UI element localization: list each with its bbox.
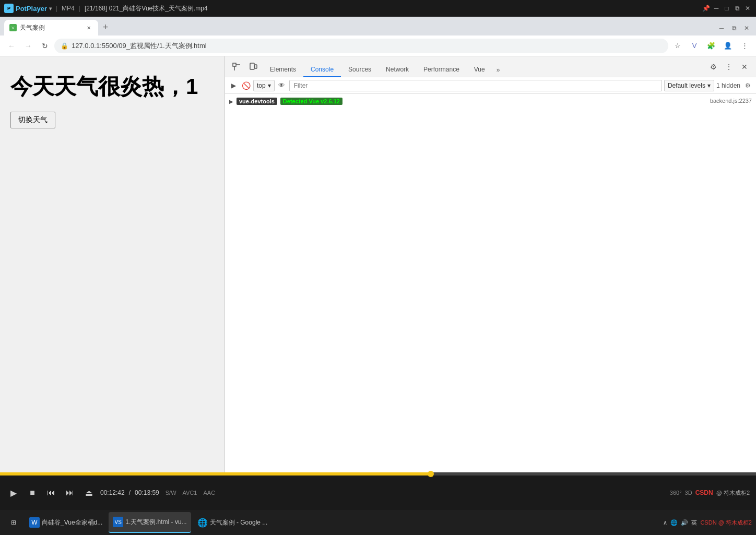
devtools-panel: Elements Console Sources Network Perform… xyxy=(225,56,756,472)
bookmark-icon[interactable]: ☆ xyxy=(670,39,685,53)
word-label: 尚硅谷_Vue全家桶d... xyxy=(42,518,102,527)
tab-elements[interactable]: Elements xyxy=(263,63,303,77)
media-next-button[interactable]: ⏭ xyxy=(63,485,77,500)
url-text: 127.0.0.1:5500/09_监视属性/1.天气案例.html xyxy=(72,41,662,51)
switch-weather-button[interactable]: 切换天气 xyxy=(10,112,55,128)
word-icon: W xyxy=(29,517,40,528)
media-bar: ▶ ■ ⏮ ⏭ ⏏ 00:12:42 / 00:13:59 S/W AVC1 A… xyxy=(0,472,756,510)
minimize-button[interactable]: ─ xyxy=(712,4,720,13)
app-name[interactable]: P PotPlayer ▾ xyxy=(4,4,52,13)
svg-rect-4 xyxy=(255,65,257,68)
media-stop-button[interactable]: ■ xyxy=(25,485,40,500)
vue-devtools-badge: vue-devtools xyxy=(237,98,277,105)
profile-icon[interactable]: 👤 xyxy=(720,39,735,53)
console-clear-button[interactable]: 🚫 xyxy=(241,80,251,91)
levels-value: Default levels xyxy=(668,82,705,89)
taskbar-item-vscode[interactable]: VS 1.天气案例.html - vu... xyxy=(109,512,191,533)
inspect-element-button[interactable] xyxy=(229,60,244,74)
nav-bar: ← → ↻ 🔒 127.0.0.1:5500/09_监视属性/1.天气案例.ht… xyxy=(0,35,756,56)
devtools-settings-button[interactable]: ⚙ xyxy=(706,60,720,74)
nav-icons: ☆ V 🧩 👤 ⋮ xyxy=(670,39,752,53)
maximize-button[interactable]: □ xyxy=(723,4,731,13)
console-source-link[interactable]: backend.js:2237 xyxy=(710,98,752,104)
more-tabs-button[interactable]: » xyxy=(492,63,504,77)
device-toolbar-button[interactable] xyxy=(246,60,261,74)
media-progress-bar[interactable] xyxy=(0,472,756,475)
reload-button[interactable]: ↻ xyxy=(38,39,52,53)
tab-sources[interactable]: Sources xyxy=(341,63,379,77)
extension-icon[interactable]: V xyxy=(687,39,702,53)
taskbar: ⊞ W 尚硅谷_Vue全家桶d... VS 1.天气案例.html - vu..… xyxy=(0,510,756,535)
tray-volume[interactable]: 🔊 xyxy=(681,519,688,526)
chrome-label: 天气案例 - Google ... xyxy=(210,518,268,527)
browser-tab[interactable]: V 天气案例 ✕ xyxy=(4,20,98,35)
media-play-button[interactable]: ▶ xyxy=(6,485,21,500)
extensions-icon[interactable]: 🧩 xyxy=(704,39,718,53)
taskbar-start[interactable]: ⊞ xyxy=(4,512,23,533)
media-separator: / xyxy=(129,489,131,496)
console-filter-input[interactable] xyxy=(289,80,662,91)
tab-bar: V 天气案例 ✕ + ─ ⧉ ✕ xyxy=(0,17,756,35)
tray-lang[interactable]: 英 xyxy=(691,519,697,527)
message-caret[interactable]: ▶ xyxy=(229,99,233,104)
close-browser[interactable]: ✕ xyxy=(741,23,752,33)
pin-button[interactable]: 📌 xyxy=(702,4,710,13)
console-message-row: ▶ vue-devtools Detected Vue v2.6.12 back… xyxy=(225,96,756,106)
tab-network[interactable]: Network xyxy=(379,63,416,77)
address-bar[interactable]: 🔒 127.0.0.1:5500/09_监视属性/1.天气案例.html xyxy=(54,39,668,53)
media-total-time: 00:13:59 xyxy=(135,489,159,496)
media-prev-button[interactable]: ⏮ xyxy=(44,485,58,500)
media-format-codec: AVC1 xyxy=(183,490,197,496)
console-play-button[interactable]: ▶ xyxy=(228,80,239,91)
windows-icon: ⊞ xyxy=(8,517,19,528)
devtools-more-button[interactable]: ⋮ xyxy=(722,60,736,74)
tab-close-button[interactable]: ✕ xyxy=(85,23,93,32)
tab-console[interactable]: Console xyxy=(303,63,341,77)
devtools-toolbar: Elements Console Sources Network Perform… xyxy=(225,56,756,77)
console-settings-button[interactable]: ⚙ xyxy=(742,80,753,91)
media-3d[interactable]: 3D xyxy=(685,490,692,496)
console-levels-selector[interactable]: Default levels ▾ xyxy=(664,80,714,91)
levels-dropdown-icon: ▾ xyxy=(707,82,711,89)
svg-rect-0 xyxy=(233,63,236,66)
console-content: ▶ vue-devtools Detected Vue v2.6.12 back… xyxy=(225,94,756,472)
tab-title: 天气案例 xyxy=(20,23,81,32)
media-format-audio: AAC xyxy=(203,490,215,496)
restore-button[interactable]: ⧉ xyxy=(733,4,741,13)
media-degrees[interactable]: 360° xyxy=(670,490,682,496)
format-label: MP4 xyxy=(62,5,75,12)
tray-csdn-watermark: CSDN @ 符木成柜2 xyxy=(700,519,752,527)
restore-browser[interactable]: ⧉ xyxy=(729,23,739,33)
forward-button[interactable]: → xyxy=(21,39,36,53)
devtools-tabs: Elements Console Sources Network Perform… xyxy=(263,56,704,77)
minimize-browser[interactable]: ─ xyxy=(716,23,727,33)
back-button[interactable]: ← xyxy=(4,39,19,53)
secure-icon: 🔒 xyxy=(61,42,68,50)
media-open-button[interactable]: ⏏ xyxy=(81,485,96,500)
hidden-count: 1 hidden xyxy=(716,82,740,89)
close-button[interactable]: ✕ xyxy=(743,4,752,13)
tray-network[interactable]: 🌐 xyxy=(670,519,678,526)
taskbar-right: ∧ 🌐 🔊 英 CSDN @ 符木成柜2 xyxy=(663,519,752,527)
console-eye-button[interactable]: 👁 xyxy=(277,80,287,91)
taskbar-item-word[interactable]: W 尚硅谷_Vue全家桶d... xyxy=(25,512,107,533)
taskbar-item-chrome[interactable]: 🌐 天气案例 - Google ... xyxy=(193,512,272,533)
media-watermark: @ 符木成柜2 xyxy=(716,489,750,497)
context-dropdown-icon: ▾ xyxy=(268,82,271,89)
devtools-close-button[interactable]: ✕ xyxy=(737,60,752,74)
console-toolbar: ▶ 🚫 top ▾ 👁 Default levels ▾ 1 hidden ⚙ xyxy=(225,77,756,94)
new-tab-button[interactable]: + xyxy=(98,20,113,34)
webpage-content: 今天天气很炎热，1 切换天气 xyxy=(0,56,225,472)
console-context-selector[interactable]: top ▾ xyxy=(253,80,275,91)
more-menu-icon[interactable]: ⋮ xyxy=(737,39,752,53)
tray-arrow[interactable]: ∧ xyxy=(663,519,667,526)
media-progress-thumb xyxy=(428,471,434,477)
context-value: top xyxy=(257,82,266,89)
chrome-icon: 🌐 xyxy=(197,517,208,528)
tab-performance[interactable]: Performance xyxy=(416,63,467,77)
vscode-label: 1.天气案例.html - vu... xyxy=(125,518,186,527)
media-right-controls: 360° 3D CSDN @ 符木成柜2 xyxy=(670,489,750,497)
app-dropdown[interactable]: ▾ xyxy=(49,6,52,11)
tab-vue[interactable]: Vue xyxy=(467,63,492,77)
window-controls: 📌 ─ □ ⧉ ✕ xyxy=(702,4,752,13)
